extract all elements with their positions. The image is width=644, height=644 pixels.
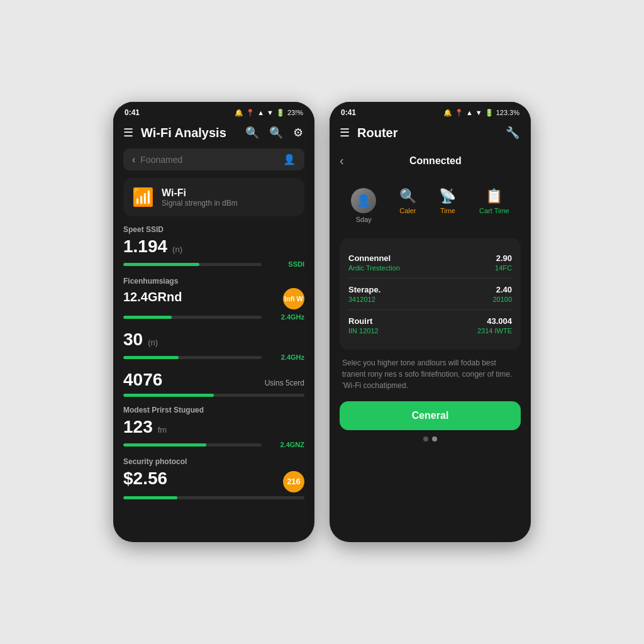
back-icon[interactable]: ‹ [132, 154, 135, 165]
metric-5-progress-label: 2.4GNZ [267, 441, 304, 448]
info-row-1-key: Connennel [348, 253, 400, 263]
tab-caler-label: Caler [399, 207, 416, 214]
right-status-time: 0:41 [341, 108, 356, 117]
metric-5-progress-row: 2.4GNZ [123, 441, 304, 448]
right-menu-icon[interactable]: ☰ [340, 126, 350, 140]
right-signal-icon: ▲ [466, 109, 473, 116]
metric-5: Modest Prirst Stugued 123 fm 2.4GNZ [123, 406, 304, 448]
wifi-name: Wi-Fi [162, 187, 238, 199]
tab-time-label: Time [440, 207, 455, 214]
metric-3-progress-bg [123, 356, 262, 359]
metric-2-progress-fill [123, 316, 172, 319]
tab-sday-label: Sday [356, 216, 372, 223]
app-container: 0:41 🔔 📍 ▲ ▼ 🔋 23!% ☰ Wi-Fi Analysis 🔍 🔍… [88, 77, 556, 567]
tab-cart-time[interactable]: 📋 Cart Time [479, 188, 509, 223]
metric-1-label: Speet SSID [123, 225, 304, 234]
notification-icon: 🔔 [235, 109, 243, 117]
info-row-3-key-sub: IIN 12012 [348, 327, 379, 335]
info-row-3-key: Rouirt [348, 316, 379, 326]
metric-2: Ficenhumsiags 12.4GRnd Infi W 2.4GHz [123, 277, 304, 321]
metric-4-progress-row [123, 394, 304, 397]
right-status-bar: 0:41 🔔 📍 ▲ ▼ 🔋 123.3% [330, 102, 531, 119]
metric-3-progress-row: 2.4GHz [123, 353, 304, 361]
metric-6-label: Security photocol [123, 457, 304, 466]
metric-1-progress-row: SSDI [123, 260, 304, 268]
metric-1-value: 1.194 [123, 236, 167, 257]
info-row-2-val-sub: 20100 [492, 296, 512, 303]
left-app-title: Wi-Fi Analysis [141, 126, 236, 140]
dot-1 [423, 436, 428, 441]
metric-5-progress-fill [123, 443, 206, 447]
page-dots [340, 430, 521, 448]
metric-6-progress-row [123, 496, 304, 499]
tab-time[interactable]: 📡 Time [439, 188, 456, 223]
signal-icon: ▲ [257, 109, 264, 116]
info-row-1-val-sub: 14FC [495, 264, 512, 272]
info-row-3: Rouirt IIN 12012 43.004 2314 IWTE [348, 310, 512, 341]
metric-6: Security photocol $2.56 216 [123, 457, 304, 499]
metric-2-progress-label: 2.4GHz [267, 313, 304, 321]
right-status-icons: 🔔 📍 ▲ ▼ 🔋 123.3% [443, 109, 519, 117]
metric-3: 30 (n) 2.4GHz [123, 330, 304, 361]
search-input[interactable] [140, 155, 278, 165]
metric-5-unit: fm [158, 425, 167, 435]
metric-2-value: 12.4GRnd [123, 290, 182, 304]
settings-icon[interactable]: ⚙ [292, 125, 304, 141]
search2-icon[interactable]: 🔍 [268, 125, 284, 141]
wrench-icon[interactable]: 🔧 [504, 125, 521, 141]
metric-6-progress-bg [123, 496, 304, 499]
profile-icon[interactable]: 👤 [283, 153, 296, 165]
right-wifi-icon: ▼ [475, 109, 482, 116]
search-bar: ‹ 👤 [123, 148, 304, 170]
tab-carttime-icon: 📋 [486, 188, 502, 204]
tab-caler[interactable]: 🔍 Caler [399, 188, 416, 223]
left-phone: 0:41 🔔 📍 ▲ ▼ 🔋 23!% ☰ Wi-Fi Analysis 🔍 🔍… [113, 102, 314, 542]
metric-1: Speet SSID 1.194 (n) SSDI [123, 225, 304, 268]
info-row-3-val: 43.004 [477, 316, 512, 326]
metric-2-progress-row: 2.4GHz [123, 313, 304, 321]
battery-level: 23!% [287, 109, 303, 116]
router-description: Selec you higher tone andlours will foda… [340, 357, 521, 391]
left-content: 📶 Wi-Fi Signal strength in dBm Speet SSI… [113, 178, 314, 542]
right-app-bar: ☰ Router 🔧 [330, 119, 531, 148]
left-status-time: 0:41 [125, 108, 140, 117]
connected-label: Connected [350, 155, 521, 167]
wifi-signal-icon: ▼ [267, 109, 274, 116]
metric-4-progress-bg [123, 394, 304, 397]
info-row-2: Sterape. 3412012 2.40 20100 [348, 279, 512, 310]
metric-6-badge: 216 [283, 471, 304, 492]
right-battery-icon: 🔋 [485, 109, 494, 117]
metric-2-progress-bg [123, 316, 262, 319]
left-status-icons: 🔔 📍 ▲ ▼ 🔋 23!% [235, 109, 303, 117]
menu-icon[interactable]: ☰ [123, 126, 133, 140]
metric-4-sublabel: Usins 5cerd [265, 379, 304, 387]
tab-carttime-label: Cart Time [479, 207, 509, 214]
metric-6-progress-fill [123, 496, 177, 499]
metric-1-progress-label: SSDI [267, 260, 304, 268]
metric-1-unit: (n) [172, 245, 182, 254]
battery-icon: 🔋 [276, 109, 285, 117]
right-battery-level: 123.3% [496, 109, 519, 116]
left-app-bar: ☰ Wi-Fi Analysis 🔍 🔍 ⚙ [113, 119, 314, 148]
metric-4-value: 4076 [123, 370, 162, 390]
info-row-2-key: Sterape. [348, 285, 380, 294]
tab-time-icon: 📡 [439, 188, 456, 204]
info-card: Connennel Ardic Trestection 2.90 14FC St… [340, 238, 521, 350]
back-icon-right[interactable]: ‹ [340, 153, 344, 168]
tab-caler-icon: 🔍 [399, 188, 416, 204]
metric-3-progress-label: 2.4GHz [267, 353, 304, 361]
info-row-1-val: 2.90 [495, 253, 512, 263]
metric-3-value: 30 [123, 330, 143, 350]
general-button[interactable]: Ceneral [340, 401, 521, 430]
metric-1-progress-bg [123, 263, 262, 266]
wifi-icon: 📶 [132, 187, 154, 208]
tab-sday-avatar: 👤 [351, 188, 376, 213]
info-row-1: Connennel Ardic Trestection 2.90 14FC [348, 247, 512, 279]
info-row-2-key-sub: 3412012 [348, 296, 380, 303]
metric-5-label: Modest Prirst Stugued [123, 406, 304, 414]
info-row-3-val-sub: 2314 IWTE [477, 327, 512, 335]
search-icon[interactable]: 🔍 [244, 125, 260, 141]
tab-sday[interactable]: 👤 Sday [351, 188, 376, 223]
metric-3-unit: (n) [148, 338, 158, 347]
metric-4-progress-fill [123, 394, 214, 397]
